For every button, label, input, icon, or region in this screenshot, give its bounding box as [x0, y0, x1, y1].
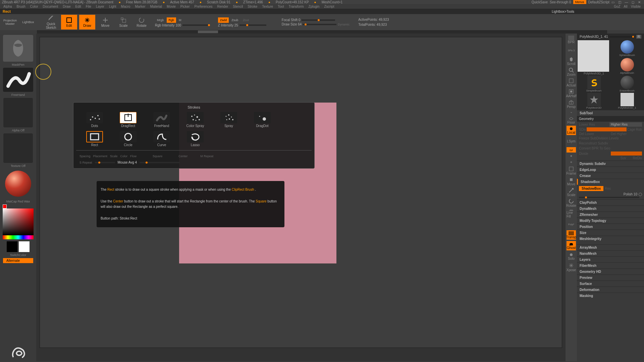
persp-button[interactable]: Persp: [567, 99, 576, 109]
zremesher[interactable]: ZRemesher: [577, 212, 644, 218]
modify-topology[interactable]: Modify Topology: [577, 218, 644, 224]
menu-marker[interactable]: Marker: [135, 5, 145, 8]
menu-tool[interactable]: Tool: [278, 5, 284, 8]
flow-slider[interactable]: Flow: [130, 155, 137, 158]
stroke-colorspray[interactable]: Color Spray: [180, 112, 210, 128]
rgb-button[interactable]: Rgb: [167, 17, 176, 23]
stroke-thumb[interactable]: [3, 68, 33, 92]
menu-light[interactable]: Light: [109, 5, 116, 8]
convert-bpr[interactable]: Convert BPR To Geo: [579, 146, 642, 150]
rotate-button[interactable]: Rotate: [133, 15, 150, 29]
goz-all[interactable]: All: [624, 5, 628, 8]
size[interactable]: Size: [577, 230, 644, 236]
alpha-thumb[interactable]: [3, 98, 33, 127]
sdiv[interactable]: SDiv: [579, 128, 586, 131]
surface[interactable]: Surface: [577, 281, 644, 287]
linefill-button[interactable]: Line Fill: [567, 209, 576, 218]
frame-button[interactable]: Frame: [567, 166, 576, 175]
goz-visible[interactable]: Visible: [631, 5, 641, 8]
srepeat-slider[interactable]: S Repeat: [79, 161, 92, 164]
shadowbox-header[interactable]: ShadowBox: [577, 179, 644, 185]
rotate-nav-button[interactable]: Rotate: [567, 198, 576, 207]
stroke-spray[interactable]: Spray: [214, 112, 244, 128]
del-higher[interactable]: Del Higher: [611, 132, 642, 136]
lightbox-tools[interactable]: Lightbox>Tools: [552, 10, 574, 13]
stroke-lasso[interactable]: Lasso: [180, 131, 210, 147]
subtool-header[interactable]: SubTool: [577, 110, 644, 116]
goz-button[interactable]: GoZ: [614, 5, 620, 8]
menu-render[interactable]: Render: [217, 5, 228, 8]
canvas[interactable]: Strokes Dots DragRect FreeHand Color Spr…: [36, 34, 566, 361]
color-picker[interactable]: [3, 204, 34, 235]
tool-simple[interactable]: SimpleBrush: [578, 76, 610, 92]
lower-res[interactable]: Lower Res: [579, 123, 609, 126]
tool-large-thumb[interactable]: PolyMesh3D_1: [578, 40, 610, 75]
bpr-button[interactable]: BPR: [567, 35, 576, 44]
arraymesh[interactable]: ArrayMesh: [577, 244, 644, 250]
polish-circle-icon[interactable]: [639, 193, 642, 196]
solo-button[interactable]: Solo: [567, 252, 576, 261]
geometry-hd[interactable]: Geometry HD: [577, 268, 644, 275]
aahalf-button[interactable]: AAHalf: [567, 88, 576, 98]
transp-button[interactable]: Transp: [567, 230, 576, 240]
zcut-button[interactable]: Zcut: [241, 17, 251, 23]
divide[interactable]: Divide: [579, 152, 610, 156]
move-button[interactable]: Move: [97, 15, 113, 29]
edgeloop[interactable]: EdgeLoop: [577, 167, 644, 173]
menu-draw[interactable]: Draw: [63, 5, 70, 8]
draw-size[interactable]: Draw Size 64: [282, 22, 302, 26]
menu-stencil[interactable]: Stencil: [233, 5, 243, 8]
tool-sphere[interactable]: SphereBrush: [611, 40, 643, 57]
menu-preferences[interactable]: Preferences: [195, 5, 213, 8]
dynamesh[interactable]: DynaMesh: [577, 205, 644, 212]
window-controls[interactable]: ▭ ◫ — ◻ ✕: [611, 0, 642, 4]
switch-color-button[interactable]: SwitchColor: [10, 253, 26, 257]
alternate-button[interactable]: Alternate: [3, 258, 33, 263]
menu-document[interactable]: Document: [43, 5, 58, 8]
square-toggle[interactable]: Square: [153, 155, 162, 158]
claypolish[interactable]: ClayPolish: [577, 199, 644, 205]
higher-res[interactable]: Higher Res: [609, 122, 642, 127]
deformation[interactable]: Deformation: [577, 287, 644, 293]
spix-button[interactable]: SPix 3: [567, 46, 576, 55]
menu-brush[interactable]: Brush: [17, 5, 25, 8]
scale-slider[interactable]: Scale: [110, 155, 118, 158]
crease[interactable]: Crease: [577, 173, 644, 179]
rgb-intensity[interactable]: Rgb Intensity 100: [155, 23, 181, 27]
axis-y[interactable]: ⊕: [567, 160, 576, 165]
menu-zplugin[interactable]: Zplugin: [309, 5, 320, 8]
secondary-color[interactable]: [7, 241, 17, 252]
stroke-dots[interactable]: Dots: [79, 112, 110, 128]
scroll-button[interactable]: Scroll: [567, 56, 576, 66]
rediv[interactable]: ReDiv: [633, 156, 642, 160]
position[interactable]: Position: [577, 224, 644, 230]
dynamic-subdiv[interactable]: Dynamic Subdiv: [577, 161, 644, 167]
stroke-circle[interactable]: Circle: [113, 131, 143, 147]
stroke-dragrect[interactable]: DragRect: [113, 112, 143, 128]
tool-star[interactable]: PolyMesh3D: [578, 93, 610, 109]
dynamic-toggle[interactable]: Dynamic: [338, 23, 350, 26]
default-script[interactable]: DefaultZScript: [588, 0, 609, 4]
mrepeat-slider[interactable]: M Repeat: [200, 155, 213, 158]
scale-button[interactable]: Scale: [115, 15, 131, 29]
fibermesh[interactable]: FiberMesh: [577, 262, 644, 268]
menu-stroke[interactable]: Stroke: [248, 5, 257, 8]
shadowbox-button[interactable]: ShadowBox: [579, 186, 603, 191]
spacing-slider[interactable]: Spacing: [79, 155, 91, 158]
mouse-avg-slider[interactable]: Mouse Avg 4: [118, 161, 137, 164]
menu-macro[interactable]: Macro: [121, 5, 130, 8]
xpose-button[interactable]: Xpose: [567, 262, 576, 272]
texture-thumb[interactable]: [3, 133, 33, 163]
xyz-button[interactable]: xyz: [567, 147, 576, 153]
menu-color[interactable]: Color: [30, 5, 38, 8]
center-toggle[interactable]: Center: [178, 155, 187, 158]
rstr[interactable]: Rstr: [636, 128, 642, 131]
floor-button[interactable]: Floor: [567, 115, 576, 124]
projection-master-button[interactable]: Projection Master: [2, 15, 18, 29]
mesh-integrity[interactable]: MeshIntegrity: [577, 236, 644, 242]
primary-color[interactable]: [19, 241, 30, 252]
move-nav-button[interactable]: Move: [567, 177, 576, 186]
r-button[interactable]: R: [636, 35, 641, 39]
zadd-button[interactable]: Zadd: [218, 17, 229, 23]
current-tool[interactable]: PolyMesh3D_1. 41: [580, 35, 608, 39]
